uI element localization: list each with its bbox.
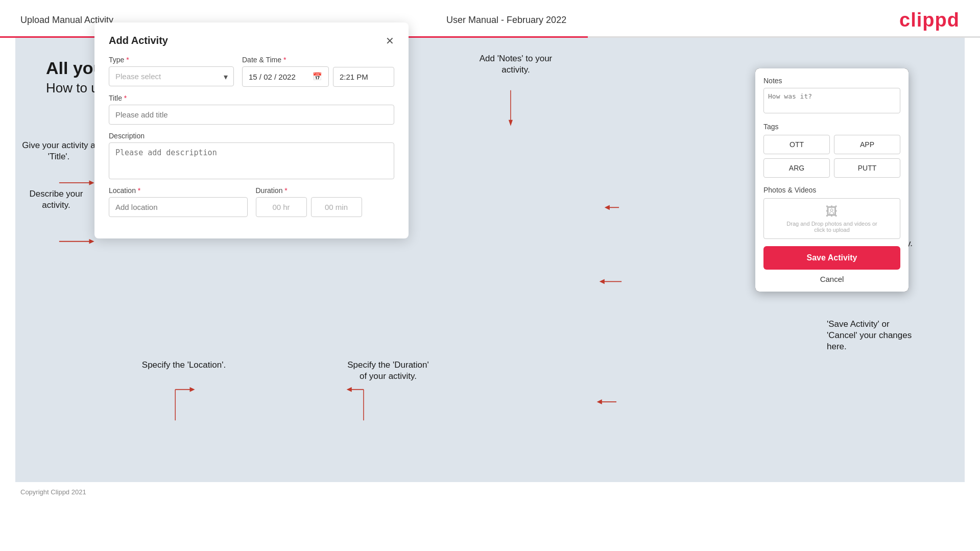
datetime-label: Date & Time * [242,56,394,64]
type-datetime-row: Type * Please select Date & Time * [109,56,394,87]
datetime-inputs: 15 / 02 / 2022 📅 [242,66,394,87]
tags-grid: OTT APP ARG PUTT [763,135,900,178]
notes-input[interactable] [763,88,900,113]
svg-marker-17 [509,120,513,126]
main-content: All your golf-relevant activities... (Pa… [15,38,965,482]
phone-inner: Notes Tags OTT APP ARG PUTT Photos & Vid… [755,68,909,292]
title-annotation: Give your activity a 'Title'. [15,140,102,162]
duration-label-field: Duration * [256,186,395,195]
modal-title: Add Activity [109,35,168,46]
phone-mockup: Notes Tags OTT APP ARG PUTT Photos & Vid… [755,68,909,292]
description-group: Description [109,132,394,179]
svg-marker-15 [347,387,352,392]
duration-min-input[interactable] [311,197,362,217]
time-input[interactable] [333,67,394,87]
svg-marker-19 [605,205,610,210]
save-activity-button[interactable]: Save Activity [763,246,900,270]
location-group: Location * [109,186,248,217]
tag-putt[interactable]: PUTT [834,158,900,178]
description-label: Description [109,132,394,140]
notes-annotation: Add 'Notes' to your activity. [465,53,567,76]
title-group: Title * [109,94,394,125]
location-input[interactable] [109,197,248,217]
logo: clippd [899,9,960,31]
phone-panel: Notes Tags OTT APP ARG PUTT Photos & Vid… [755,68,909,292]
photo-drop-text: Drag and Drop photos and videos orclick … [786,221,877,233]
svg-marker-7 [89,180,94,185]
tag-ott[interactable]: OTT [763,135,830,154]
svg-marker-12 [189,387,195,392]
modal-header: Add Activity ✕ [109,35,394,46]
type-label: Type * [109,56,234,64]
photo-drop-zone[interactable]: 🖼 Drag and Drop photos and videos orclic… [763,198,900,239]
notes-section-label: Notes [763,77,900,85]
tags-section-label: Tags [763,123,900,131]
add-activity-modal: Add Activity ✕ Type * Please select [94,22,409,238]
tag-arg[interactable]: ARG [763,158,830,178]
duration-inputs [256,197,395,217]
type-group: Type * Please select [109,56,234,87]
description-input[interactable] [109,142,394,179]
title-input[interactable] [109,105,394,125]
date-input[interactable]: 15 / 02 / 2022 📅 [242,66,329,87]
save-annotation: 'Save Activity' or 'Cancel' your changes… [827,319,954,352]
duration-hr-input[interactable] [256,197,307,217]
location-label-field: Location * [109,186,248,195]
location-duration-row: Location * Duration * [109,186,394,217]
close-button[interactable]: ✕ [386,36,394,46]
svg-marker-23 [597,399,602,404]
duration-annotation: Specify the 'Duration' of your activity. [322,360,455,382]
copyright: Copyright Clippd 2021 [0,482,980,502]
type-select[interactable]: Please select [109,66,234,86]
modal-wrapper: Add Activity ✕ Type * Please select [94,22,409,238]
tag-app[interactable]: APP [834,135,900,154]
type-select-wrapper: Please select [109,66,234,86]
location-annotation: Specify the 'Location'. [133,360,235,371]
datetime-group: Date & Time * 15 / 02 / 2022 📅 [242,56,394,87]
desc-annotation: Describe your activity. [15,188,97,211]
photos-section-label: Photos & Videos [763,186,900,194]
photo-icon: 🖼 [826,204,838,219]
cancel-link[interactable]: Cancel [763,275,900,283]
duration-group-field: Duration * [256,186,395,217]
title-label-field: Title * [109,94,394,102]
manual-title: User Manual - February 2022 [446,15,566,26]
calendar-icon: 📅 [313,72,322,81]
svg-marker-21 [600,279,605,284]
svg-marker-9 [89,239,94,244]
